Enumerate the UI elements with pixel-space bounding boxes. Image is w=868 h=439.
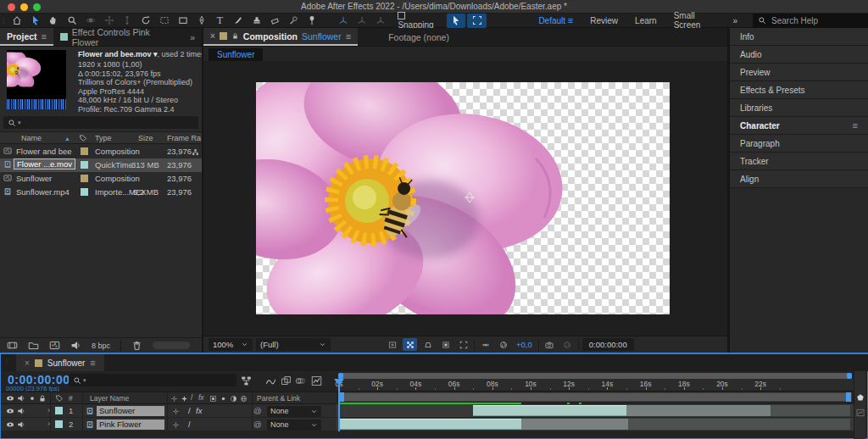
close-tab-icon[interactable]: × — [210, 31, 215, 41]
graph-editor-toggle-icon[interactable] — [311, 375, 322, 386]
workspace-review[interactable]: Review — [581, 16, 626, 25]
col-layer-name[interactable]: Layer Name — [90, 394, 129, 403]
exposure-value[interactable]: +0,0 — [514, 340, 535, 349]
world-axis-mode[interactable] — [353, 14, 371, 28]
composition-mini-flowchart-icon[interactable] — [241, 375, 252, 386]
clone-stamp-tool[interactable] — [248, 14, 266, 28]
shy-layers-toggle-icon[interactable] — [265, 375, 276, 386]
sidebar-item-character[interactable]: Character≡ — [730, 117, 868, 135]
work-area-end-handle[interactable] — [846, 392, 851, 402]
item-label-chip[interactable] — [81, 147, 88, 155]
parent-pickwhip-icon[interactable]: @ — [253, 406, 262, 415]
view-axis-mode[interactable] — [371, 14, 390, 28]
solo-column-icon[interactable] — [28, 393, 36, 403]
col-frame-rate[interactable]: Frame Ra.. — [167, 134, 205, 142]
camera-tool[interactable] — [155, 14, 174, 28]
eraser-tool[interactable] — [266, 14, 285, 28]
table-row[interactable]: Sunflower.mp4Importe...MEX5,2 MB23,976 — [0, 186, 202, 199]
col-number[interactable]: # — [69, 394, 73, 403]
layer-quality-switch[interactable]: / — [188, 406, 191, 415]
comp-breadcrumb[interactable]: Sunflower — [209, 48, 263, 61]
panel-menu-icon[interactable]: ≡ — [90, 358, 95, 368]
table-row[interactable]: Flower and beeComposition23,976 — [0, 145, 202, 158]
layer-duration-bar-dimmed[interactable] — [626, 405, 771, 416]
frame-blending-toggle-icon[interactable] — [281, 375, 292, 386]
project-panel-overflow[interactable]: » — [183, 28, 202, 46]
snap-option-1[interactable] — [447, 14, 466, 28]
layer-audio-toggle[interactable] — [17, 420, 25, 429]
layer-audio-toggle[interactable] — [17, 406, 25, 415]
crop-region-button[interactable] — [456, 338, 470, 351]
new-folder-icon[interactable] — [28, 340, 39, 351]
resolution-select[interactable]: (Full) — [256, 338, 331, 351]
col-parent-link[interactable]: Parent & Link — [257, 394, 300, 403]
dolly-camera-tool[interactable] — [119, 14, 137, 28]
layer-name[interactable]: Sunflower — [97, 406, 164, 416]
layer-track[interactable] — [337, 404, 854, 418]
switch-globe-icon[interactable] — [240, 394, 248, 403]
search-help-field[interactable]: Search Help — [753, 14, 868, 28]
transparency-grid-toggle[interactable] — [403, 338, 417, 351]
viewer-timecode[interactable]: 0:00:00:00 — [582, 338, 634, 351]
item-label-chip[interactable] — [81, 188, 88, 196]
workspace-small-screen[interactable]: Small Screen — [665, 11, 725, 30]
switch-fx-icon[interactable]: fx — [198, 393, 204, 402]
layer-row[interactable]: ›2Pink Flower/@None — [1, 418, 337, 431]
rotation-tool[interactable] — [136, 14, 155, 28]
workspace-default[interactable]: Default ≡ — [530, 15, 581, 25]
snap-option-2[interactable] — [467, 14, 487, 28]
layer-anchor-switch[interactable] — [172, 420, 180, 429]
tab-footage[interactable]: Footage (none) — [381, 28, 456, 46]
table-row[interactable]: Flower ...e.movQuickTime313 MB23,976 — [0, 158, 202, 172]
parent-pickwhip-icon[interactable]: @ — [253, 420, 262, 429]
col-size[interactable]: Size — [138, 134, 153, 142]
sidebar-item-audio[interactable]: Audio — [730, 46, 868, 64]
layer-track[interactable] — [337, 418, 854, 431]
lock-column-icon[interactable] — [38, 393, 47, 403]
close-tab-icon[interactable]: × — [25, 358, 30, 368]
playhead-handle[interactable] — [334, 379, 344, 391]
new-composition-icon[interactable] — [49, 340, 60, 351]
orbit-camera-tool[interactable] — [81, 14, 100, 28]
pen-tool[interactable] — [192, 14, 211, 28]
sidebar-item-libraries[interactable]: Libraries — [730, 99, 868, 117]
brush-tool[interactable] — [229, 14, 248, 28]
sidebar-item-preview[interactable]: Preview — [730, 64, 868, 81]
switch-blur-icon[interactable] — [220, 394, 227, 403]
switch-quality-icon[interactable]: / — [191, 393, 192, 402]
home-tool[interactable] — [8, 14, 26, 28]
tab-effect-controls[interactable]: Effect Controls Pink Flower — [53, 28, 183, 46]
item-label-chip[interactable] — [81, 175, 88, 182]
type-tool[interactable]: T — [210, 14, 229, 28]
switch-half-icon[interactable] — [230, 394, 237, 403]
puppet-pin-tool[interactable] — [303, 14, 321, 28]
layer-label-chip[interactable] — [55, 420, 63, 428]
panel-menu-icon[interactable]: ≡ — [853, 120, 858, 131]
sort-asc-icon[interactable]: ▲ — [64, 136, 70, 142]
label-column-icon[interactable] — [79, 133, 87, 142]
comp-marker-button[interactable] — [856, 393, 865, 402]
roto-brush-tool[interactable] — [284, 14, 303, 28]
search-options-icon[interactable]: ▾ — [83, 377, 86, 384]
region-of-interest-button[interactable] — [438, 338, 453, 351]
label-column-icon[interactable] — [55, 393, 64, 403]
tab-timeline-sunflower[interactable]: × Sunflower ≡ — [16, 354, 104, 371]
sidebar-item-align[interactable]: Align — [730, 170, 868, 188]
layer-label-chip[interactable] — [55, 407, 63, 414]
layer-visibility-toggle[interactable] — [6, 406, 14, 415]
project-settings-icon[interactable] — [70, 340, 81, 351]
item-name[interactable]: Sunflower.mp4 — [14, 187, 72, 197]
audio-column-icon[interactable] — [17, 393, 25, 403]
take-snapshot-button[interactable] — [542, 338, 557, 351]
switch-anchor-icon[interactable] — [170, 394, 178, 403]
hand-tool[interactable] — [45, 14, 64, 28]
switch-cube-icon[interactable] — [209, 394, 217, 403]
workspace-learn[interactable]: Learn — [626, 16, 665, 25]
layer-quality-switch[interactable]: / — [188, 420, 191, 429]
layer-fx-switch[interactable]: fx — [196, 406, 202, 415]
layer-name[interactable]: Pink Flower — [97, 420, 164, 430]
panel-menu-icon[interactable]: ≡ — [346, 31, 351, 42]
timeline-navigator-bar[interactable] — [338, 373, 852, 379]
col-name[interactable]: Name — [21, 134, 42, 142]
local-axis-mode[interactable] — [334, 14, 353, 28]
